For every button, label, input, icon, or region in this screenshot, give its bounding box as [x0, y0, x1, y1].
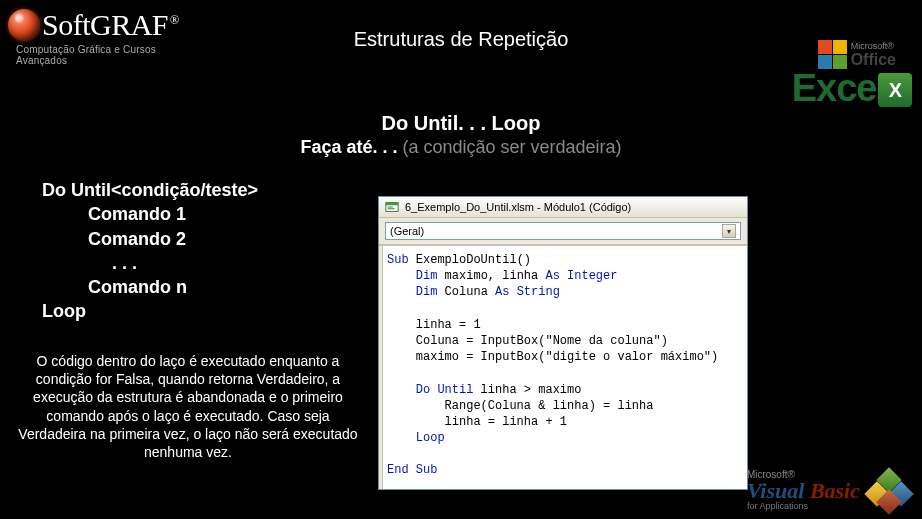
vba-object-dropdown-value: (Geral) [390, 225, 424, 237]
subheading: Do Until. . . Loop Faça até. . . (a cond… [0, 112, 922, 158]
subhead-line1: Do Until. . . Loop [0, 112, 922, 135]
explanation-text: O código dentro do laço é executado enqu… [18, 352, 358, 461]
excel-word: Excel [792, 67, 886, 109]
excel-office-label: Office [851, 51, 896, 69]
vba-apps: for Applications [747, 502, 860, 511]
vba-code-window: 6_Exemplo_Do_Until.xlsm - Módulo1 (Códig… [378, 196, 748, 490]
vba-window-title: 6_Exemplo_Do_Until.xlsm - Módulo1 (Códig… [405, 201, 631, 213]
vba-basic: Basic [810, 478, 860, 503]
vba-code-area: Sub ExemploDoUntil() Dim maximo, linha A… [379, 245, 747, 489]
registered-mark: ® [170, 13, 179, 27]
syntax-l4: . . . [112, 251, 258, 275]
logo-vba: Microsoft® Visual Basic for Applications [747, 470, 912, 511]
office-squares-icon [818, 40, 847, 69]
dropdown-arrow-icon: ▾ [722, 224, 736, 238]
syntax-l3: Comando 2 [88, 227, 258, 251]
syntax-l1: Do Until<condição/teste> [42, 178, 258, 202]
excel-ms-label: Microsoft® [851, 41, 896, 51]
syntax-l6: Loop [42, 299, 258, 323]
vba-cubes-icon [866, 471, 912, 511]
subhead-line2-bold: Faça até. . . [300, 137, 402, 157]
syntax-block: Do Until<condição/teste> Comando 1 Coman… [42, 178, 258, 324]
vba-titlebar: 6_Exemplo_Do_Until.xlsm - Módulo1 (Códig… [379, 197, 747, 218]
syntax-l5: Comando n [88, 275, 258, 299]
slide: SoftGRAF® Computação Gráfica e Cursos Av… [0, 0, 922, 519]
syntax-l2: Comando 1 [88, 202, 258, 226]
subhead-line2-gray: (a condição ser verdadeira) [402, 137, 621, 157]
module-icon [385, 200, 399, 214]
code-gutter [379, 246, 383, 489]
logo-excel: Microsoft® Office Excel [762, 40, 912, 107]
vba-visual: Visual [747, 478, 804, 503]
svg-rect-1 [386, 203, 398, 206]
vba-object-dropdown[interactable]: (Geral) ▾ [385, 222, 741, 240]
vba-code-text: Sub ExemploDoUntil() Dim maximo, linha A… [387, 252, 739, 479]
excel-xl-icon [878, 73, 912, 107]
